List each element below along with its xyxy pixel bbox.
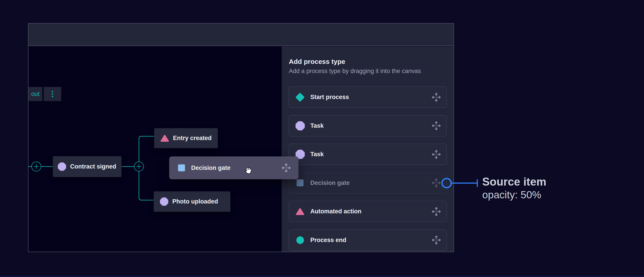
node-contract-signed[interactable]: Contract signed [53, 156, 122, 177]
square-icon [295, 178, 305, 188]
grab-cursor-icon [242, 166, 253, 176]
octagon-icon [295, 120, 305, 131]
flow-canvas[interactable] [28, 46, 282, 252]
triangle-icon [295, 206, 305, 217]
process-type-list: Start process Task Task Decision gate [288, 86, 447, 251]
move-drag-icon[interactable] [431, 92, 441, 102]
list-item-decision-gate-source[interactable]: Decision gate [288, 172, 447, 194]
node-label: Decision gate [191, 164, 230, 172]
list-item-automated-action[interactable]: Automated action [288, 201, 447, 222]
node-label: Entry created [173, 135, 212, 142]
annotation-detail: opacity: 50% [482, 189, 541, 201]
square-icon [178, 164, 185, 172]
kebab-menu-button[interactable] [44, 87, 61, 101]
item-label: Start process [310, 94, 426, 101]
add-node-button-branch[interactable] [134, 162, 144, 172]
panel-subtitle: Add a process type by dragging it into t… [289, 68, 421, 75]
node-decision-gate-dragging[interactable]: Decision gate [169, 156, 298, 179]
list-item-task[interactable]: Task [288, 144, 447, 165]
bottom-edge-strip [0, 276, 644, 277]
move-drag-icon[interactable] [431, 150, 441, 159]
move-drag-icon[interactable] [281, 163, 291, 173]
move-drag-icon[interactable] [431, 121, 441, 131]
move-drag-icon[interactable] [431, 178, 441, 188]
layout-button-label: out [31, 90, 40, 98]
app-toolbar [28, 24, 454, 46]
list-item-task[interactable]: Task [288, 115, 447, 136]
item-label: Automated action [310, 208, 426, 215]
octagon-icon [58, 162, 66, 171]
list-item-process-end[interactable]: Process end [288, 230, 447, 251]
node-label: Photo uploaded [172, 198, 218, 205]
item-label: Task [310, 122, 426, 129]
diamond-icon [295, 92, 305, 102]
item-label: Process end [310, 237, 426, 244]
move-drag-icon[interactable] [431, 207, 441, 216]
node-photo-uploaded[interactable]: Photo uploaded [154, 192, 230, 212]
move-drag-icon[interactable] [431, 235, 441, 245]
item-label: Task [310, 151, 426, 158]
add-node-button-left[interactable] [31, 162, 41, 172]
node-label: Contract signed [70, 163, 116, 170]
kebab-icon [52, 91, 53, 97]
panel-title: Add process type [289, 58, 345, 66]
item-label: Decision gate [310, 180, 426, 186]
list-item-start-process[interactable]: Start process [288, 86, 447, 108]
circle-icon [295, 235, 305, 245]
node-entry-created[interactable]: Entry created [154, 128, 218, 148]
octagon-icon [160, 198, 168, 206]
annotation-title: Source item [482, 175, 546, 188]
triangle-icon [160, 135, 169, 142]
layout-button-clipped[interactable]: out [28, 87, 42, 101]
